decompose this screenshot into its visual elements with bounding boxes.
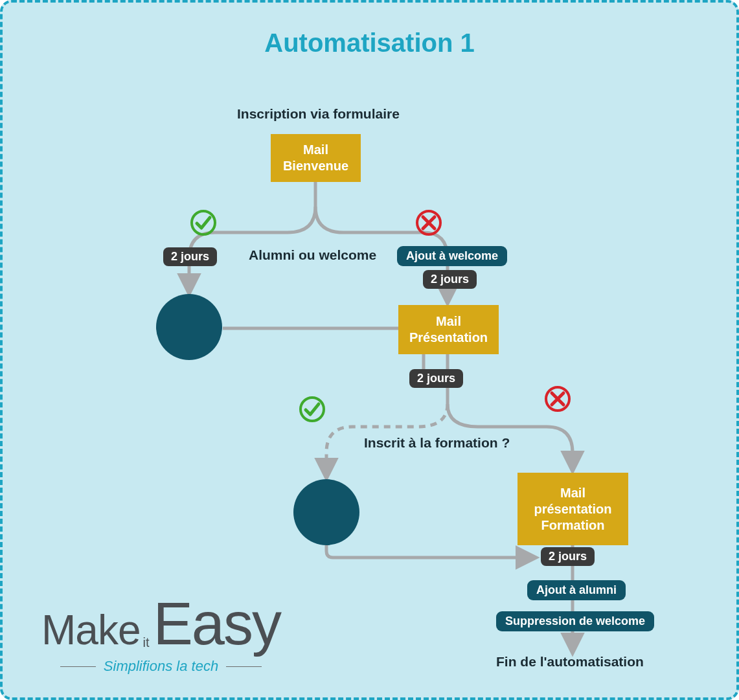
diagram-canvas: Automatisation 1 Inscription via formula… (0, 0, 739, 700)
trigger-label: Inscription via formulaire (237, 106, 400, 122)
logo-easy: Easy (153, 600, 281, 648)
delay-mid: 2 jours (409, 369, 463, 388)
cross-icon (415, 209, 443, 237)
delay-right-1: 2 jours (423, 270, 477, 289)
brand-logo: Make it Easy Simplifions la tech (41, 600, 280, 675)
check-icon (298, 395, 326, 423)
action-add-alumni: Ajout à alumni (527, 580, 626, 600)
mail-formation-node: Mail présentation Formation (517, 473, 628, 545)
logo-make: Make (41, 606, 141, 654)
mail-bienvenue-node: Mail Bienvenue (271, 134, 361, 182)
delay-after-formation: 2 jours (541, 547, 595, 566)
split1-question: Alumni ou welcome (249, 247, 376, 263)
diagram-title: Automatisation 1 (3, 28, 736, 58)
cross-icon (543, 385, 572, 413)
split2-question: Inscrit à la formation ? (364, 435, 510, 451)
end-disc-2 (293, 479, 359, 545)
svg-point-0 (192, 211, 215, 234)
end-label: Fin de l'automatisation (496, 654, 644, 670)
svg-point-2 (301, 398, 324, 421)
end-disc-1 (156, 294, 222, 360)
logo-tagline: Simplifions la tech (41, 658, 280, 675)
check-icon (189, 209, 218, 237)
mail-presentation-node: Mail Présentation (398, 305, 499, 354)
delay-left: 2 jours (163, 247, 217, 266)
action-remove-welcome: Suppression de welcome (496, 611, 654, 631)
action-add-welcome: Ajout à welcome (397, 246, 507, 266)
logo-it: it (143, 635, 150, 650)
